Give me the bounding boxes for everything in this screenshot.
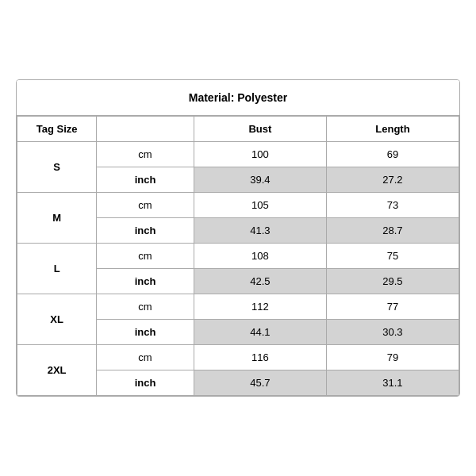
table-row: Lcm10875 [17,244,459,269]
bust-cm: 105 [194,193,326,218]
table-row: 2XLcm11679 [17,345,459,370]
unit-label-inch: inch [97,370,194,396]
size-tag: S [17,142,97,193]
header-length: Length [326,117,459,142]
size-chart-container: Material: Polyester Tag Size Bust Length… [16,79,460,397]
length-inch: 27.2 [326,167,459,193]
chart-title: Material: Polyester [17,80,459,116]
unit-label-cm: cm [97,294,194,320]
bust-inch: 44.1 [194,320,326,345]
table-row: XLcm11277 [17,294,459,320]
bust-cm: 108 [194,244,326,269]
length-cm: 73 [326,193,459,218]
unit-label-inch: inch [97,320,194,345]
length-inch: 31.1 [326,370,459,396]
length-cm: 69 [326,142,459,167]
unit-label-inch: inch [97,167,194,193]
table-header-row: Tag Size Bust Length [17,117,459,142]
bust-inch: 39.4 [194,167,326,193]
bust-cm: 116 [194,345,326,370]
length-cm: 75 [326,244,459,269]
bust-inch: 41.3 [194,218,326,244]
length-cm: 79 [326,345,459,370]
bust-cm: 100 [194,142,326,167]
size-tag: 2XL [17,345,97,396]
length-inch: 28.7 [326,218,459,244]
unit-label-cm: cm [97,345,194,370]
unit-label-cm: cm [97,244,194,269]
length-inch: 30.3 [326,320,459,345]
length-inch: 29.5 [326,269,459,294]
bust-cm: 112 [194,294,326,320]
unit-label-cm: cm [97,142,194,167]
header-unit [97,117,194,142]
unit-label-inch: inch [97,269,194,294]
bust-inch: 45.7 [194,370,326,396]
table-row: Mcm10573 [17,193,459,218]
table-row: Scm10069 [17,142,459,167]
bust-inch: 42.5 [194,269,326,294]
length-cm: 77 [326,294,459,320]
header-bust: Bust [194,117,326,142]
size-tag: XL [17,294,97,345]
size-tag: M [17,193,97,244]
unit-label-inch: inch [97,218,194,244]
size-tag: L [17,244,97,294]
size-table: Tag Size Bust Length Scm10069inch39.427.… [17,116,459,396]
header-tag-size: Tag Size [17,117,97,142]
unit-label-cm: cm [97,193,194,218]
